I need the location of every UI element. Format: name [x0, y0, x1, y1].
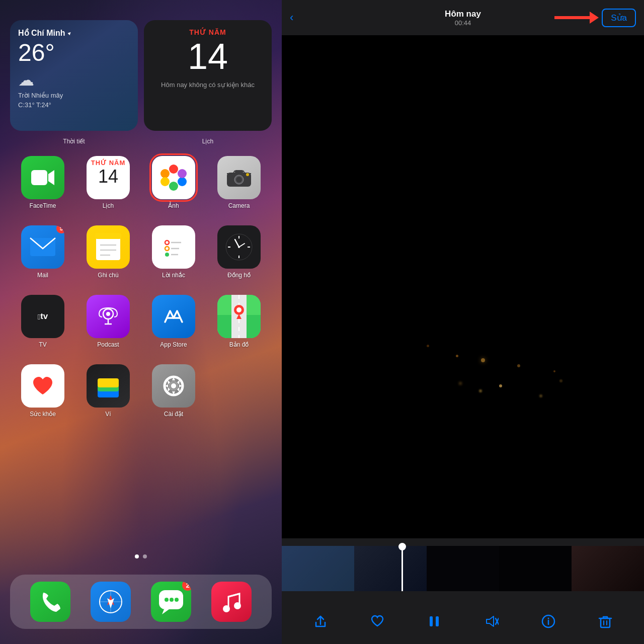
svg-point-2 — [169, 165, 178, 174]
playhead — [401, 546, 403, 591]
weather-cloud-icon: ☁ — [18, 70, 130, 90]
page-dot-1 — [135, 554, 139, 558]
widgets-row: Hồ Chí Minh 26 ☁ Trời Nhiều mây C:31° T:… — [10, 20, 272, 131]
filmstrip — [282, 538, 644, 599]
svg-point-66 — [234, 602, 241, 609]
play-pause-button[interactable] — [422, 609, 447, 634]
app-appletv[interactable]: tv TV — [15, 295, 70, 348]
app-settings[interactable]: Cài đặt — [146, 364, 201, 418]
podcast-label: Podcast — [97, 341, 119, 348]
svg-rect-0 — [31, 170, 47, 185]
phone-icon — [30, 582, 70, 622]
app-facetime[interactable]: FaceTime — [15, 156, 70, 209]
film-thumb-4 — [499, 546, 572, 591]
header-subtitle: 00:44 — [445, 19, 481, 27]
svg-point-4 — [160, 177, 170, 186]
edit-button[interactable]: Sửa — [602, 9, 636, 27]
calendar-date: 14 — [152, 38, 264, 74]
svg-rect-15 — [96, 237, 120, 260]
photos-video-viewer: ‹ Hôm nay 00:44 Sửa — [282, 0, 644, 644]
light-dot-3 — [517, 364, 520, 367]
svg-rect-16 — [95, 233, 121, 239]
svg-point-3 — [160, 169, 170, 178]
app-clock[interactable]: Đồng hồ — [211, 225, 267, 279]
svg-marker-1 — [48, 170, 54, 185]
messages-icon: 2 — [151, 582, 191, 622]
svg-point-53 — [171, 383, 176, 388]
weather-widget[interactable]: Hồ Chí Minh 26 ☁ Trời Nhiều mây C:31° T:… — [10, 20, 138, 131]
dock-safari[interactable] — [83, 582, 138, 622]
dock-phone[interactable] — [23, 582, 78, 622]
svg-rect-67 — [430, 616, 433, 626]
weather-city: Hồ Chí Minh — [18, 28, 130, 38]
svg-point-6 — [178, 177, 187, 186]
reminders-label: Lời nhắc — [162, 272, 185, 279]
film-thumb-1 — [282, 546, 354, 591]
app-photos[interactable]: Ảnh — [146, 156, 201, 209]
annotation-arrow — [554, 12, 599, 24]
dock-messages[interactable]: 2 — [143, 582, 199, 622]
mute-button[interactable] — [479, 609, 504, 634]
clock-label: Đồng hồ — [227, 272, 251, 279]
back-button[interactable]: ‹ — [290, 11, 293, 24]
info-button[interactable] — [536, 609, 561, 634]
app-health[interactable]: Sức khỏe — [15, 364, 70, 418]
app-row-3: tv TV Podcast — [10, 295, 272, 348]
health-icon — [21, 364, 64, 408]
app-empty-slot — [211, 364, 267, 418]
app-appstore[interactable]: App Store — [146, 295, 201, 348]
svg-point-7 — [178, 169, 187, 178]
weather-range: C:31° T:24° — [18, 101, 130, 109]
favorite-button[interactable] — [365, 609, 390, 634]
photos-label: Ảnh — [168, 202, 179, 209]
svg-point-5 — [169, 182, 178, 191]
svg-rect-49 — [98, 378, 119, 387]
app-row-1: FaceTime THỨ NĂM 14 Lịch — [10, 156, 272, 209]
share-button[interactable] — [308, 609, 333, 634]
app-wallet[interactable]: Ví — [80, 364, 136, 418]
iphone-homescreen: Hồ Chí Minh 26 ☁ Trời Nhiều mây C:31° T:… — [0, 0, 282, 644]
calendar-no-events: Hôm nay không có sự kiện khác — [152, 80, 264, 90]
settings-label: Cài đặt — [164, 411, 183, 418]
svg-point-65 — [223, 605, 230, 612]
svg-rect-68 — [436, 616, 439, 626]
appstore-icon — [152, 295, 195, 338]
delete-button[interactable] — [593, 609, 618, 634]
notes-icon — [87, 225, 130, 269]
header-center: Hôm nay 00:44 — [445, 9, 481, 27]
svg-point-73 — [547, 618, 549, 619]
dock: 2 — [10, 575, 272, 629]
calendar-widget[interactable]: THỨ NĂM 14 Hôm nay không có sự kiện khác… — [144, 20, 272, 131]
filmstrip-inner — [282, 546, 644, 591]
weather-widget-label: Thời tiết — [63, 138, 85, 145]
svg-marker-60 — [162, 609, 169, 614]
notes-label: Ghi chú — [98, 272, 118, 279]
music-icon — [211, 582, 252, 622]
arrow-shaft — [554, 16, 590, 19]
weather-temp: 26 — [18, 40, 130, 66]
dock-music[interactable] — [204, 582, 259, 622]
app-mail[interactable]: 5 Mail — [15, 225, 70, 279]
mail-icon: 5 — [21, 225, 64, 269]
calendar-day-name: THỨ NĂM — [152, 28, 264, 36]
svg-point-35 — [238, 246, 240, 248]
podcast-icon — [87, 295, 130, 338]
app-notes[interactable]: Ghi chú — [80, 225, 136, 279]
app-reminders[interactable]: Lời nhắc — [146, 225, 201, 279]
wallet-icon — [87, 364, 130, 408]
app-maps[interactable]: Bản đồ — [211, 295, 267, 348]
svg-point-8 — [170, 174, 177, 181]
app-camera[interactable]: Camera — [211, 156, 267, 209]
clock-icon-app — [217, 225, 261, 269]
svg-point-13 — [246, 173, 249, 176]
light-dot-1 — [481, 358, 485, 362]
app-podcast[interactable]: Podcast — [80, 295, 136, 348]
page-dot-2 — [143, 554, 147, 558]
video-content — [282, 35, 644, 538]
light-dot-2 — [456, 355, 458, 357]
settings-icon — [152, 364, 195, 408]
video-area — [282, 35, 644, 538]
app-calendar[interactable]: THỨ NĂM 14 Lịch — [80, 156, 136, 209]
safari-icon — [91, 582, 131, 622]
photos-icon — [152, 156, 195, 199]
